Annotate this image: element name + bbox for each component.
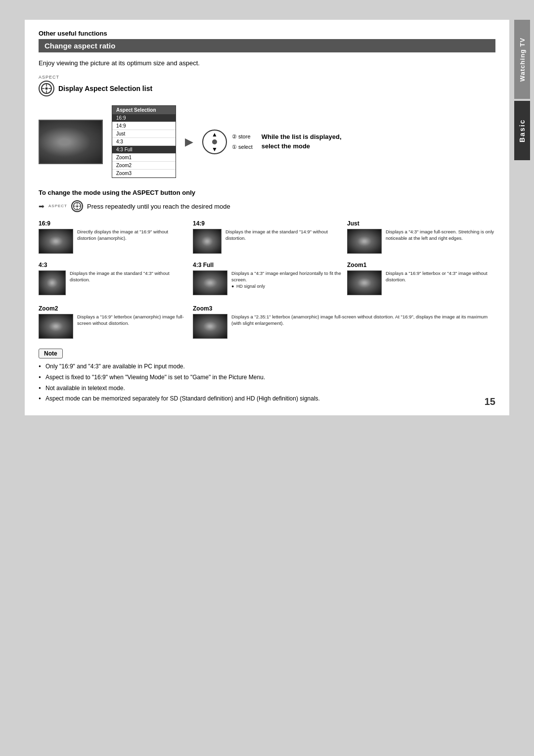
- notes-list: Only "16:9" and "4:3" are available in P…: [39, 362, 495, 403]
- mode-label-zoom1: Zoom1: [347, 262, 495, 268]
- aspect-item-zoom3[interactable]: Zoom3: [112, 170, 176, 178]
- note-label: Note: [39, 349, 63, 358]
- aspect-item-149[interactable]: 14:9: [112, 122, 176, 130]
- flower-just: [348, 229, 381, 253]
- note-item-3: Not available in teletext mode.: [39, 384, 495, 393]
- aspect-item-zoom2[interactable]: Zoom2: [112, 162, 176, 170]
- svg-point-1: [45, 88, 48, 90]
- mode-thumb-43: [39, 270, 66, 295]
- zoom-modes-grid: Zoom2 Displays a "16:9" letterbox (anamo…: [39, 305, 495, 339]
- mode-row-just: Displays a "4:3" image full-screen. Stre…: [347, 229, 495, 254]
- arrow-bullet-icon: ➡: [39, 202, 44, 210]
- mode-thumb-149: [193, 229, 222, 254]
- mode-thumb-zoom1: [347, 270, 382, 295]
- tab-basic: Basic: [514, 101, 530, 160]
- change-mode-title: To change the mode using the ASPECT butt…: [39, 189, 495, 196]
- aspect-item-43full[interactable]: 4:3 Full: [112, 146, 176, 154]
- demo-area: Aspect Selection 16:9 14:9 Just 4:3 4:3 …: [39, 105, 495, 178]
- mode-item-43: 4:3 Displays the image at the standard "…: [39, 262, 187, 295]
- mode-row-149: Displays the image at the standard "14:9…: [193, 229, 341, 254]
- tab-watching: Watching TV: [514, 20, 530, 99]
- aspect-item-43[interactable]: 4:3: [112, 138, 176, 146]
- mode-label-just: Just: [347, 220, 495, 227]
- section-title: Other useful functions: [39, 30, 495, 37]
- mode-row-zoom1: Displays a "16:9" letterbox or "4:3" ima…: [347, 270, 495, 295]
- mode-item-zoom2: Zoom2 Displays a "16:9" letterbox (anamo…: [39, 305, 187, 339]
- mode-thumb-zoom2: [39, 314, 73, 339]
- mode-item-zoom3: Zoom3 Displays a "2.35:1" letterbox (ana…: [193, 305, 495, 339]
- mode-item-149: 14:9 Displays the image at the standard …: [193, 220, 341, 254]
- while-list-text: While the list is displayed,select the m…: [262, 133, 342, 150]
- mode-row-43: Displays the image at the standard "4:3"…: [39, 270, 187, 295]
- aspect-button-icon: [39, 81, 54, 96]
- store-label: ② store: [232, 133, 253, 140]
- flower-149: [193, 229, 221, 253]
- aspect-label-top: ASPECT: [39, 75, 495, 80]
- mode-label-zoom3: Zoom3: [193, 305, 495, 312]
- mode-desc-169: Directly displays the image at "16:9" wi…: [77, 229, 187, 242]
- mode-row-43full: Displays a "4:3" image enlarged horizont…: [193, 270, 341, 295]
- flower-zoom3: [193, 314, 227, 338]
- remote-arrow-up: ▲: [212, 132, 218, 137]
- mode-label-43: 4:3: [39, 262, 187, 268]
- flower-43full: [193, 271, 227, 295]
- aspect-item-zoom1[interactable]: Zoom1: [112, 154, 176, 162]
- modes-grid: 16:9 Directly displays the image at "16:…: [39, 220, 495, 295]
- aspect-small-label: ASPECT: [48, 204, 67, 208]
- flower-wide-169: [39, 229, 73, 253]
- mode-label-43full: 4:3 Full: [193, 262, 341, 268]
- remote-center-dot: [212, 139, 217, 144]
- arrow-right-icon: ▶: [185, 135, 193, 148]
- aspect-display-section: ASPECT Display Aspect Selection list: [39, 75, 495, 96]
- press-row: ➡ ASPECT Press repeatedly until you reac…: [39, 200, 495, 212]
- mode-item-just: Just Displays a "4:3" image full-screen.…: [347, 220, 495, 254]
- note-item-2: Aspect is fixed to "16:9" when "Viewing …: [39, 373, 495, 382]
- note-item-1: Only "16:9" and "4:3" are available in P…: [39, 362, 495, 371]
- tv-preview-thumbnail: [39, 120, 103, 164]
- select-label: ① select: [232, 144, 253, 150]
- aspect-selection-header: Aspect Selection: [112, 106, 176, 114]
- aspect-button-small-icon: [71, 200, 83, 212]
- mode-desc-43: Displays the image at the standard "4:3"…: [70, 270, 187, 283]
- display-aspect-row: Display Aspect Selection list: [39, 81, 495, 96]
- display-aspect-title: Display Aspect Selection list: [58, 85, 152, 92]
- mode-label-zoom2: Zoom2: [39, 305, 187, 312]
- note-item-4: Aspect mode can be memorized separately …: [39, 395, 495, 403]
- page-number: 15: [485, 396, 495, 407]
- mode-desc-zoom2: Displays a "16:9" letterbox (anamorphic)…: [77, 314, 187, 327]
- flower-zoom1: [348, 271, 381, 295]
- aspect-item-169[interactable]: 16:9: [112, 114, 176, 122]
- sidebar-tabs: Watching TV Basic: [514, 20, 530, 316]
- press-text: Press repeatedly until you reach the des…: [87, 203, 230, 210]
- mode-desc-just: Displays a "4:3" image full-screen. Stre…: [386, 229, 495, 242]
- note-section: Note Only "16:9" and "4:3" are available…: [39, 349, 495, 403]
- mode-thumb-169: [39, 229, 73, 254]
- mode-thumb-zoom3: [193, 314, 227, 339]
- flower-43: [39, 271, 65, 295]
- mode-row-zoom3: Displays a "2.35:1" letterbox (anamorphi…: [193, 314, 495, 339]
- mode-row-zoom2: Displays a "16:9" letterbox (anamorphic)…: [39, 314, 187, 339]
- mode-item-43full: 4:3 Full Displays a "4:3" image enlarged…: [193, 262, 341, 295]
- page-wrapper: Watching TV Basic Other useful functions…: [25, 20, 509, 415]
- mode-desc-zoom1: Displays a "16:9" letterbox or "4:3" ima…: [386, 270, 495, 283]
- remote-control-diagram: ▲ ▼ ② store ① select: [202, 130, 253, 154]
- mode-desc-149: Displays the image at the standard "14:9…: [225, 229, 341, 242]
- svg-point-7: [76, 205, 78, 207]
- remote-labels: ② store ① select: [232, 133, 253, 150]
- aspect-item-just[interactable]: Just: [112, 130, 176, 138]
- mode-label-169: 16:9: [39, 220, 187, 227]
- mode-desc-zoom3: Displays a "2.35:1" letterbox (anamorphi…: [231, 314, 495, 327]
- mode-desc-43full: Displays a "4:3" image enlarged horizont…: [231, 270, 341, 289]
- remote-circle: ▲ ▼: [202, 130, 227, 154]
- aspect-selection-box: Aspect Selection 16:9 14:9 Just 4:3 4:3 …: [112, 105, 176, 178]
- tv-preview-flower: [40, 121, 102, 163]
- mode-thumb-43full: [193, 270, 227, 295]
- mode-thumb-just: [347, 229, 382, 254]
- flower-zoom2: [39, 314, 73, 338]
- circle-grid-icon: [41, 83, 52, 94]
- remote-arrow-down: ▼: [212, 146, 218, 152]
- mode-item-zoom1: Zoom1 Displays a "16:9" letterbox or "4:…: [347, 262, 495, 295]
- main-content: Other useful functions Change aspect rat…: [25, 20, 509, 415]
- mode-item-169: 16:9 Directly displays the image at "16:…: [39, 220, 187, 254]
- header-bar: Change aspect ratio: [39, 39, 495, 52]
